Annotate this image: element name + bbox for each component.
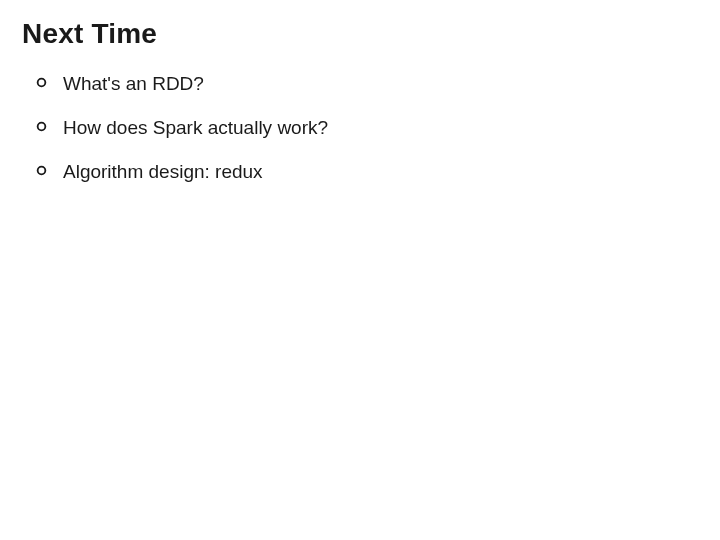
svg-point-1: [38, 122, 46, 130]
list-item: How does Spark actually work?: [36, 116, 698, 140]
hollow-circle-icon: [36, 77, 47, 88]
list-item-text: What's an RDD?: [63, 72, 698, 96]
bullet-list: What's an RDD? How does Spark actually w…: [22, 72, 698, 183]
svg-point-2: [38, 166, 46, 174]
list-item-text: How does Spark actually work?: [63, 116, 698, 140]
hollow-circle-icon: [36, 121, 47, 132]
slide-title: Next Time: [22, 18, 698, 50]
list-item-text: Algorithm design: redux: [63, 160, 698, 184]
list-item: What's an RDD?: [36, 72, 698, 96]
svg-point-0: [38, 79, 46, 87]
list-item: Algorithm design: redux: [36, 160, 698, 184]
slide: Next Time What's an RDD? How does Spark …: [0, 0, 720, 540]
hollow-circle-icon: [36, 165, 47, 176]
